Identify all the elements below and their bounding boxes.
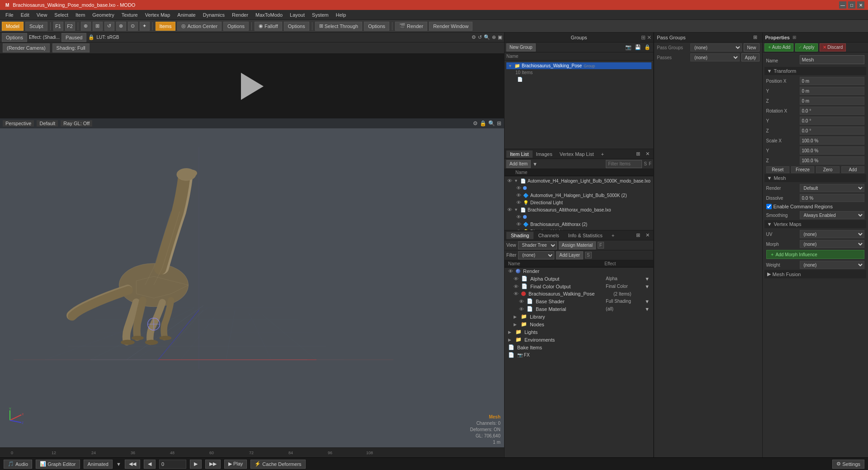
sh-final-color[interactable]: 👁 📄 Final Color Output Final Color ▼ <box>505 282 653 290</box>
weight-dropdown[interactable]: (none) <box>800 261 865 269</box>
sh-lights[interactable]: ▶ 📁 Lights <box>505 328 653 336</box>
menu-dynamics[interactable]: Dynamics <box>199 11 228 19</box>
il-icon-2[interactable]: ✕ <box>643 150 651 158</box>
preview-icon-5[interactable]: ▣ <box>498 34 502 40</box>
smoothing-dropdown[interactable]: Always Enabled <box>800 211 865 219</box>
graph-editor-btn[interactable]: 📊 Graph Editor <box>36 460 80 469</box>
freeze-btn[interactable]: Freeze <box>791 166 814 173</box>
minimize-btn[interactable]: — <box>839 1 846 9</box>
grp-lock-icon[interactable]: 🔒 <box>643 43 651 52</box>
sh-render[interactable]: 👁 Render <box>505 268 653 275</box>
menu-texture[interactable]: Texture <box>118 11 142 19</box>
sh-library[interactable]: ▶ 📁 Library <box>505 313 653 320</box>
eye-icon-7[interactable]: 👁 <box>516 229 521 230</box>
list-item-6[interactable]: 👁 🔷 Brachiosaurus_Altithorax (2) <box>505 221 652 228</box>
shader-tree-dropdown[interactable]: Shader Tree <box>518 241 557 249</box>
add-layer-btn[interactable]: Add Layer <box>556 251 583 259</box>
eye-icon-5[interactable]: 👁 <box>516 214 521 220</box>
preview-icon-2[interactable]: ↺ <box>478 34 482 40</box>
sh-environments[interactable]: ▶ 📁 Environments <box>505 336 653 343</box>
eye-icon-6[interactable]: 👁 <box>516 221 521 227</box>
pass-groups-dropdown[interactable]: (none) <box>690 43 742 52</box>
passes-dropdown[interactable]: (none) <box>690 53 740 61</box>
sh-eye-5[interactable]: 👁 <box>519 306 524 312</box>
menu-item[interactable]: Item <box>72 11 89 19</box>
enable-cmd-checkbox[interactable] <box>766 204 772 209</box>
icon-btn-3[interactable]: ↺ <box>104 22 114 31</box>
list-item-4[interactable]: 👁 ▼ 📄 Brachiosaurus_Altithorax_modo_base… <box>505 206 652 213</box>
tab-item-list[interactable]: Item List <box>506 150 533 158</box>
rot-x-input[interactable] <box>800 107 865 115</box>
vp-search-icon[interactable]: 🔍 <box>488 120 495 127</box>
filter-dropdown[interactable]: (none) <box>518 251 554 259</box>
icon-btn-4[interactable]: ⊗ <box>116 22 126 31</box>
items-btn[interactable]: Items <box>156 22 176 31</box>
settings-btn[interactable]: ⚙ Settings <box>832 460 864 469</box>
list-item-3[interactable]: 👁 💡 Directional Light <box>505 199 652 206</box>
render-dropdown[interactable]: Default <box>800 184 865 192</box>
animated-btn[interactable]: Animated <box>84 460 113 469</box>
pos-x-input[interactable] <box>800 77 865 85</box>
sculpt-btn[interactable]: Sculpt <box>25 22 47 31</box>
sb-play-btn[interactable]: ▶ Play <box>224 460 247 469</box>
transform-section[interactable]: ▼ Transform <box>764 67 867 75</box>
sh-fx[interactable]: 📄 📷 FX <box>505 351 653 359</box>
sh-expand-icon[interactable]: ⊞ <box>634 231 642 240</box>
perspective-label[interactable]: Perspective <box>3 120 34 127</box>
render-window-btn[interactable]: Render Window <box>429 22 472 31</box>
tab-info[interactable]: Info & Statistics <box>564 232 607 239</box>
tab-shading[interactable]: Shading <box>506 232 533 239</box>
icon-btn-5[interactable]: ⊙ <box>128 22 138 31</box>
menu-select[interactable]: Select <box>51 11 72 19</box>
close-btn[interactable]: ✕ <box>857 1 864 9</box>
vp-gear-icon[interactable]: ⚙ <box>473 120 478 127</box>
new-group-btn[interactable]: New Group <box>506 43 536 52</box>
mesh-section[interactable]: ▼ Mesh <box>764 174 867 182</box>
render-btn[interactable]: 🎬 Render <box>395 22 427 31</box>
animated-arrow[interactable]: ▼ <box>116 461 121 467</box>
sh-close-icon[interactable]: ✕ <box>643 231 651 240</box>
default-label[interactable]: Default <box>37 120 58 127</box>
menu-edit[interactable]: Edit <box>17 11 33 19</box>
maximize-btn[interactable]: □ <box>848 1 855 9</box>
eye-icon-4[interactable]: 👁 <box>507 207 512 212</box>
menu-maxtomodo[interactable]: MaxToModo <box>252 11 286 19</box>
tab-add-list[interactable]: + <box>597 150 607 158</box>
assign-material-btn[interactable]: Assign Material <box>559 241 596 249</box>
pos-y-input[interactable] <box>800 87 865 95</box>
menu-vertexmap[interactable]: Vertex Map <box>142 11 174 19</box>
morph-dropdown[interactable]: (none) <box>800 240 865 248</box>
titlebar-controls[interactable]: — □ ✕ <box>839 1 864 9</box>
shading-btn[interactable]: Shading: Full <box>52 43 90 52</box>
sh-bake[interactable]: 📄 Bake Items <box>505 343 653 351</box>
tab-images[interactable]: Images <box>533 150 556 158</box>
menu-help[interactable]: Help <box>332 11 350 19</box>
model-btn[interactable]: Model <box>2 22 24 31</box>
menu-file[interactable]: File <box>2 11 17 19</box>
sb-back-btn[interactable]: ◀ <box>144 460 156 469</box>
menu-system[interactable]: System <box>308 11 332 19</box>
dissolve-input[interactable] <box>800 194 865 202</box>
icon-btn-6[interactable]: ✦ <box>140 22 150 31</box>
group-item-main[interactable]: ▼ 📁 Brachiosaurus_Walking_Pose Group <box>506 62 651 69</box>
zero-btn[interactable]: Zero <box>816 166 839 173</box>
preview-paused-btn[interactable]: Paused <box>61 33 86 42</box>
pass-new-btn[interactable]: New <box>744 43 759 52</box>
props-expand-icon[interactable]: ⊞ <box>793 35 796 40</box>
sh-eye-0[interactable]: 👁 <box>508 268 513 274</box>
list-item-7[interactable]: 👁 💡 Directional Light <box>505 228 652 230</box>
eye-icon-0[interactable]: 👁 <box>507 178 512 183</box>
sh-eye-1[interactable]: 👁 <box>514 276 519 282</box>
add-item-arrow[interactable]: ▼ <box>533 161 538 167</box>
vp-lock-icon[interactable]: 🔒 <box>480 120 486 127</box>
scale-y-input[interactable] <box>800 146 865 155</box>
reset-btn[interactable]: Reset <box>766 166 789 173</box>
f1-btn[interactable]: F1 <box>53 22 63 31</box>
eye-icon-1[interactable]: 👁 <box>516 185 521 191</box>
action-center-btn[interactable]: ◎ Action Center <box>177 22 222 31</box>
sh-eye-2[interactable]: 👁 <box>514 284 519 289</box>
icon-btn-2[interactable]: ⊞ <box>93 22 103 31</box>
preview-icon-1[interactable]: ⚙ <box>472 34 476 40</box>
menu-animate[interactable]: Animate <box>174 11 199 19</box>
tab-channels[interactable]: Channels <box>533 232 563 239</box>
